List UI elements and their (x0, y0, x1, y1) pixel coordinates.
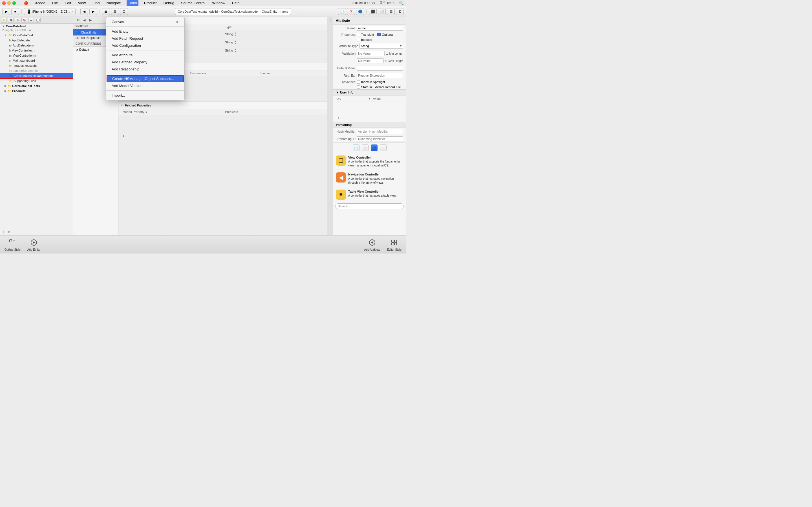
panel-btn-1[interactable]: 📄 (353, 145, 359, 151)
menu-product[interactable]: Product (143, 0, 158, 6)
attr-cell-type-3[interactable]: String ▲▼ (223, 47, 327, 54)
sidebar-tool-2[interactable]: ⚙ (8, 18, 13, 23)
type-select-2[interactable]: String ▲▼ (225, 40, 237, 45)
menu-add-model-version[interactable]: Add Model Version... (106, 82, 185, 89)
reg-ex-input[interactable] (357, 73, 403, 78)
menu-canvas[interactable]: Canvas ▶ (106, 18, 185, 25)
sidebar-tool-1[interactable]: 📁 (1, 18, 7, 23)
sidebar-item-coredatamodel[interactable]: 🔵 CoreDataTest.xcdatamodelId (0, 73, 73, 78)
menu-create-nsmanagedobject[interactable]: Create NSManagedObject Subclass... (107, 75, 184, 82)
fetch-col-property[interactable]: Fetched Property ▲ (118, 110, 223, 114)
attr-col-type[interactable]: Type (223, 25, 327, 29)
rel-col-inverse[interactable]: Inverse (257, 71, 327, 75)
menu-add-fetched-property[interactable]: Add Fetched Property (106, 59, 185, 66)
add-fetched-btn[interactable]: + (121, 133, 126, 139)
forward-navigator[interactable]: ▶ (89, 8, 97, 15)
menu-source-control[interactable]: Source Control (180, 0, 207, 6)
breadcrumb-item-4[interactable]: name (281, 10, 289, 13)
right-side-btn-1[interactable]: ⋮ (328, 18, 333, 22)
inspector-toggle-1[interactable]: 📄 (338, 8, 346, 15)
fullscreen-button[interactable] (12, 1, 16, 5)
menu-apple[interactable]: 🍎 (22, 0, 29, 6)
validation-stepper-2[interactable]: ⬡ (385, 59, 388, 62)
coredatatests-group[interactable]: ▶ 📁 CoreDataTestTests (0, 83, 73, 89)
menu-xcode[interactable]: Xcode (34, 0, 47, 6)
inspector-toggle-2[interactable]: ❓ (347, 8, 355, 15)
sidebar-tool-5[interactable]: ↔ (28, 18, 34, 23)
menu-add-relationship[interactable]: Add Relationship (106, 66, 185, 73)
type-select-3[interactable]: String ▲▼ (225, 48, 237, 53)
sidebar-tool-4[interactable]: 🔖 (21, 18, 27, 23)
renaming-id-input[interactable] (357, 136, 403, 142)
remove-fetched-btn[interactable]: − (128, 133, 133, 139)
indexed-checkbox[interactable] (357, 38, 360, 41)
menu-view[interactable]: View (77, 0, 87, 6)
validation-no-value-1[interactable] (357, 51, 385, 56)
name-input[interactable] (357, 25, 403, 31)
stepper-1[interactable]: ▲▼ (234, 32, 237, 37)
sidebar-item-viewcontrollerm[interactable]: m ViewController.m (0, 53, 73, 58)
stepper-3[interactable]: ▲▼ (234, 48, 237, 53)
panel-btn-2[interactable]: ⊞ (362, 145, 368, 151)
outline-style-item[interactable]: Outline Style (4, 238, 20, 251)
validation-no-value-2[interactable] (357, 58, 384, 63)
layout-toggle-1[interactable]: ⬛ (369, 8, 377, 15)
menu-debug[interactable]: Debug (162, 0, 175, 6)
breadcrumb-item-1[interactable]: CoreDataTest.xcdatamodelId (177, 10, 218, 13)
coredatatest-group[interactable]: ▼ 📁 CoreDataTest (0, 33, 73, 38)
back-navigator[interactable]: ◀ (80, 8, 88, 15)
fetched-properties-section-header[interactable]: ▼ Fetched Properties (118, 102, 327, 109)
menu-add-fetch-request[interactable]: Add Fetch Request (106, 35, 185, 42)
sidebar-toggle[interactable]: ☰ (102, 8, 110, 15)
scheme-selector[interactable]: 📱 iPhone 6 (005C42…E-C5... ▾ (24, 8, 75, 15)
attribute-type-select[interactable]: String ▾ (359, 43, 403, 49)
layout-toggle-3[interactable]: ▤ (387, 8, 395, 15)
menu-find[interactable]: Find (91, 0, 101, 6)
sidebar-filter-btn[interactable]: ⊙ (7, 230, 11, 234)
breadcrumb-item-3[interactable]: ClassEntity (262, 10, 277, 13)
run-button[interactable]: ▶ (2, 8, 10, 15)
sidebar-item-launchscreen[interactable]: ◫ LaunchScreen.nib (0, 68, 73, 73)
fetch-col-predicate[interactable]: Predicate (223, 110, 327, 114)
view-toggle-2[interactable]: ⊡ (120, 8, 128, 15)
products-group[interactable]: ▶ 📁 Products (0, 89, 73, 94)
transient-checkbox[interactable] (357, 33, 360, 36)
layout-toggle-4[interactable]: ⊠ (396, 8, 404, 15)
panel-btn-4[interactable]: ⊡ (380, 145, 387, 151)
sidebar-item-appdelegatem[interactable]: m AppDelegate.m (0, 43, 73, 48)
index-spotlight-checkbox[interactable] (357, 80, 360, 83)
sidebar-item-appdelegateh[interactable]: h AppDelegate.h (0, 38, 73, 43)
search-icon[interactable]: 🔍 (399, 1, 404, 5)
entity-view-grid[interactable]: ⊞ (75, 18, 81, 23)
menu-file[interactable]: File (51, 0, 59, 6)
menu-window[interactable]: Window (211, 0, 226, 6)
validation-stepper-1[interactable]: ⬡ (386, 52, 388, 55)
hash-modifier-input[interactable] (357, 129, 403, 134)
layout-toggle-2[interactable]: ⬜ (378, 8, 386, 15)
default-value-input[interactable] (357, 66, 403, 71)
breadcrumb-item-2[interactable]: CoreDataTest.xcdatamodel (221, 10, 259, 13)
sidebar-item-images[interactable]: 📂 Images.xcassets (0, 63, 73, 68)
menu-editor[interactable]: Editor (126, 0, 139, 6)
sidebar-item-supporting[interactable]: 📁 Supporting Files (0, 78, 73, 83)
menu-help[interactable]: Help (231, 0, 241, 6)
inspector-toggle-3[interactable]: 🔵 (356, 8, 364, 15)
menu-edit[interactable]: Edit (64, 0, 72, 6)
object-search-input[interactable] (335, 203, 404, 209)
entity-nav-forward[interactable]: ▶ (88, 18, 93, 23)
menu-import[interactable]: Import... (106, 92, 185, 99)
close-button[interactable] (2, 1, 6, 5)
project-header[interactable]: ▼ CoreDataTest (0, 24, 73, 29)
panel-btn-3[interactable]: 🔵 (371, 145, 377, 151)
stop-button[interactable]: ■ (11, 8, 19, 15)
attr-cell-type-1[interactable]: String ▲▼ (223, 31, 327, 37)
attr-cell-type-2[interactable]: String ▲▼ (223, 39, 327, 45)
add-entity-item[interactable]: Add Entity (28, 238, 40, 251)
view-toggle-1[interactable]: ⊞ (111, 8, 119, 15)
menu-add-entity[interactable]: Add Entity (106, 28, 185, 35)
editor-style-item[interactable]: Editor Style (387, 238, 402, 251)
menu-add-configuration[interactable]: Add Configuration (106, 42, 185, 49)
sidebar-item-viewcontrollerh[interactable]: h ViewController.h (0, 48, 73, 53)
add-user-info-btn[interactable]: + (336, 115, 342, 121)
sidebar-add-btn[interactable]: + (1, 230, 6, 234)
